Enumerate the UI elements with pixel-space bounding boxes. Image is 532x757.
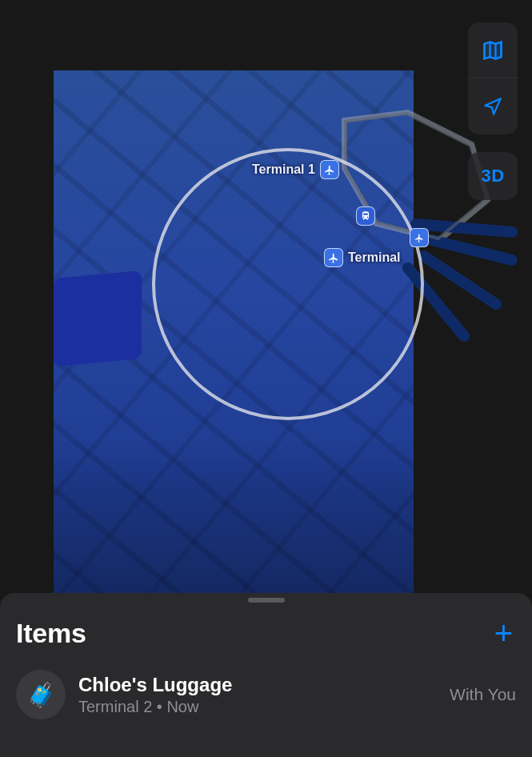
map-shade	[54, 439, 414, 608]
map-controls-group	[468, 22, 518, 134]
item-text: Chloe's Luggage Terminal 2 • Now	[78, 674, 437, 716]
airplane-icon	[320, 160, 339, 179]
poi-label: Terminal	[348, 250, 401, 265]
item-avatar: 🧳	[16, 670, 66, 719]
sheet-header: Items +	[16, 617, 516, 649]
map-icon	[482, 39, 504, 62]
item-location: Terminal 2	[78, 698, 152, 715]
item-row[interactable]: 🧳 Chloe's Luggage Terminal 2 • Now With …	[16, 660, 516, 729]
poi-transit[interactable]	[356, 206, 375, 226]
current-location-button[interactable]	[468, 78, 518, 134]
airplane-icon	[324, 248, 343, 267]
location-accuracy-circle	[152, 148, 424, 420]
3d-toggle-button[interactable]: 3D	[468, 152, 518, 200]
poi-terminal-1[interactable]: Terminal 1	[252, 160, 339, 179]
sheet-grabber[interactable]	[248, 598, 285, 603]
map-view[interactable]: Terminal 1 Terminal	[0, 0, 532, 608]
item-name: Chloe's Luggage	[78, 674, 437, 696]
location-arrow-icon	[482, 96, 503, 117]
poi-plane-marker[interactable]	[410, 228, 429, 247]
train-icon	[356, 206, 375, 226]
sheet-title: Items	[16, 618, 86, 649]
poi-terminal[interactable]: Terminal	[324, 248, 401, 267]
airplane-icon	[410, 228, 429, 247]
item-time: Now	[166, 698, 198, 715]
luggage-icon: 🧳	[26, 681, 56, 709]
poi-label: Terminal 1	[252, 162, 315, 177]
add-item-button[interactable]: +	[491, 617, 516, 649]
3d-label: 3D	[481, 166, 504, 186]
item-subtitle: Terminal 2 • Now	[78, 698, 437, 716]
separator: •	[152, 698, 166, 715]
map-modes-button[interactable]	[468, 22, 518, 78]
item-status: With You	[450, 685, 516, 704]
items-bottom-sheet[interactable]: Items + 🧳 Chloe's Luggage Terminal 2 • N…	[0, 593, 532, 757]
map-building-block	[54, 270, 142, 366]
